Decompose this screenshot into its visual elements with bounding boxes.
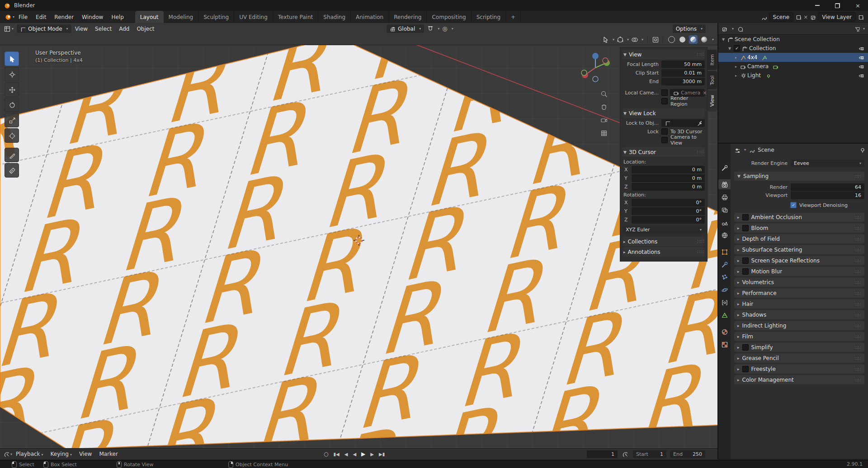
view-section-header[interactable]: ▼ View ∷∷ <box>623 50 705 59</box>
panel-grip[interactable]: ∷∷ <box>854 302 861 307</box>
pan-hand-icon[interactable] <box>600 103 607 110</box>
overlays-arrow[interactable]: ▾ <box>642 37 643 42</box>
gizmo-toggle-icon[interactable] <box>617 36 623 43</box>
proportional-arrow[interactable]: ▾ <box>452 27 453 31</box>
panel-grip[interactable]: ∷∷ <box>854 345 861 350</box>
clip-end-field[interactable]: 3000 m <box>661 78 705 85</box>
panel-grip[interactable]: ∷∷ <box>854 291 861 296</box>
timeline-editor-icon[interactable] <box>4 451 9 457</box>
section-grease-pencil[interactable]: ▸Grease Pencil∷∷ <box>734 354 864 363</box>
frame-start-field[interactable]: Start1 <box>633 450 666 458</box>
cursor-loc-x-field[interactable]: 0 m <box>632 166 705 173</box>
panel-grip[interactable]: ∷∷ <box>697 249 704 254</box>
disclosure-icon[interactable]: ▸ <box>734 65 738 69</box>
snap-arrow[interactable]: ▾ <box>438 27 439 31</box>
properties-editor-icon[interactable] <box>734 147 740 153</box>
cursor-rot-z-field[interactable]: 0° <box>632 216 705 224</box>
frame-end-field[interactable]: End250 <box>670 450 705 458</box>
selectability-icon[interactable] <box>602 36 609 43</box>
collection-checkbox[interactable]: ✓ <box>734 45 740 51</box>
panel-grip[interactable]: ∷∷ <box>697 150 704 154</box>
focal-length-field[interactable]: 50 mm <box>661 61 705 68</box>
tool-rotate[interactable] <box>5 98 19 112</box>
menu-help[interactable]: Help <box>107 11 127 23</box>
outliner-row-camera[interactable]: ▸ Camera <box>718 62 868 71</box>
menu-object[interactable]: Object <box>133 26 158 32</box>
tab-render[interactable] <box>718 179 731 189</box>
section-color-management[interactable]: ▸Color Management∷∷ <box>734 375 864 384</box>
menu-window[interactable]: Window <box>78 11 107 23</box>
panel-grip[interactable]: ∷∷ <box>854 313 861 318</box>
selectability-arrow[interactable]: ▾ <box>613 37 614 42</box>
eye-icon[interactable] <box>859 72 864 78</box>
local-camera-checkbox[interactable] <box>661 89 668 96</box>
clear-icon[interactable]: × <box>703 90 707 96</box>
viewport-3d[interactable]: RRRRRRRRRRRRRRRRRRRRRRRRRRRRRRRRRRRRRRRR… <box>0 45 717 448</box>
outliner-row-scene-collection[interactable]: ▼ Scene Collection <box>718 35 868 44</box>
panel-grip[interactable]: ∷∷ <box>854 356 861 361</box>
section-simplify[interactable]: ▸Simplify∷∷ <box>734 343 864 352</box>
panel-grip[interactable]: ∷∷ <box>854 237 861 242</box>
section-film[interactable]: ▸Film∷∷ <box>734 332 864 341</box>
panel-grip[interactable]: ∷∷ <box>854 226 861 231</box>
menu-playback[interactable]: Playback▾ <box>12 451 47 457</box>
clip-start-field[interactable]: 0.01 m <box>661 69 705 77</box>
menu-view-timeline[interactable]: View <box>75 451 95 457</box>
tab-texture-paint[interactable]: Texture Paint <box>273 11 318 23</box>
panel-grip[interactable]: ∷∷ <box>854 258 861 263</box>
panel-grip[interactable]: ∷∷ <box>854 215 861 220</box>
menu-file[interactable]: File <box>14 11 32 23</box>
lock-to-object-field[interactable] <box>661 119 705 127</box>
tab-layout[interactable]: Layout <box>135 11 164 23</box>
mode-dropdown[interactable]: Object Mode ▾ <box>17 24 71 33</box>
shading-material-button[interactable] <box>689 35 698 44</box>
tab-constraints[interactable] <box>719 297 730 307</box>
play-button[interactable]: ▶ <box>361 451 365 457</box>
tab-modeling[interactable]: Modeling <box>164 11 199 23</box>
tool-move[interactable] <box>5 82 19 97</box>
to-3d-cursor-checkbox[interactable] <box>661 128 668 135</box>
menu-marker[interactable]: Marker <box>95 451 121 457</box>
play-reverse-button[interactable]: ◀ <box>353 452 356 457</box>
prev-keyframe-button[interactable]: ◀ <box>344 452 348 457</box>
eye-icon[interactable] <box>859 54 864 60</box>
filter-arrow[interactable]: ▾ <box>863 27 865 31</box>
sampling-render-field[interactable]: 64 <box>791 183 864 191</box>
restore-button[interactable] <box>827 0 848 11</box>
view-lock-section-header[interactable]: ▼ View Lock <box>623 108 705 118</box>
tab-animation[interactable]: Animation <box>351 11 389 23</box>
cursor-loc-y-field[interactable]: 0 m <box>632 174 705 182</box>
gizmo-arrow[interactable]: ▾ <box>627 37 629 42</box>
disclosure-icon[interactable]: ▼ <box>727 47 732 51</box>
section-freestyle[interactable]: ▸Freestyle∷∷ <box>734 365 864 374</box>
camera-to-view-checkbox[interactable] <box>661 137 668 143</box>
shading-arrow[interactable]: ▾ <box>712 37 714 42</box>
viewport-denoising-checkbox[interactable]: ✓ <box>790 202 797 208</box>
section-shadows[interactable]: ▸Shadows∷∷ <box>734 310 864 319</box>
section-subsurface-scattering[interactable]: ▸Subsurface Scattering∷∷ <box>734 245 864 254</box>
outliner-row-light[interactable]: ▸ Light <box>718 71 868 80</box>
cursor-rot-x-field[interactable]: 0° <box>632 199 705 206</box>
section-performance[interactable]: ▸Performance∷∷ <box>734 289 864 298</box>
orientation-dropdown[interactable]: Global ▾ <box>387 24 424 33</box>
section-hair[interactable]: ▸Hair∷∷ <box>734 300 864 309</box>
tab-rendering[interactable]: Rendering <box>389 11 427 23</box>
tab-uv-editing[interactable]: UV Editing <box>234 11 273 23</box>
tab-tool[interactable] <box>719 163 730 173</box>
tab-sculpting[interactable]: Sculpting <box>198 11 234 23</box>
tab-tool[interactable]: Tool <box>708 71 717 89</box>
add-workspace-button[interactable]: + <box>506 11 521 23</box>
section-depth-of-field[interactable]: ▸Depth of Field∷∷ <box>734 234 864 243</box>
panel-grip[interactable]: ∷∷ <box>854 269 861 274</box>
proportional-edit-icon[interactable]: ◎ <box>442 25 447 32</box>
blender-menu-icon[interactable] <box>5 14 11 20</box>
menu-select[interactable]: Select <box>91 26 115 32</box>
camera-view-icon[interactable] <box>600 117 607 123</box>
panel-grip[interactable]: ∷∷ <box>697 239 704 244</box>
pin-icon[interactable] <box>859 147 864 153</box>
next-keyframe-button[interactable]: ▶ <box>370 452 374 457</box>
jump-to-start-button[interactable]: ▮◀ <box>333 452 339 457</box>
cursor-loc-z-field[interactable]: 0 m <box>632 183 705 191</box>
tab-compositing[interactable]: Compositing <box>427 11 471 23</box>
record-button[interactable]: ○ <box>324 451 328 457</box>
